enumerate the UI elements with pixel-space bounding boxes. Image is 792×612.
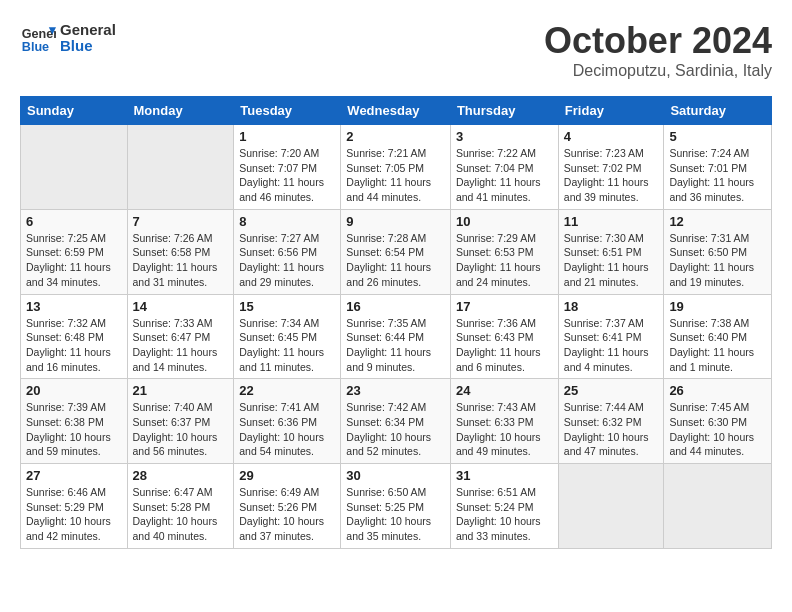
day-number: 28 [133,468,229,483]
day-number: 10 [456,214,553,229]
svg-text:Blue: Blue [22,40,49,54]
day-number: 21 [133,383,229,398]
day-info: Sunrise: 7:35 AMSunset: 6:44 PMDaylight:… [346,316,445,375]
day-number: 11 [564,214,659,229]
day-info: Sunrise: 6:50 AMSunset: 5:25 PMDaylight:… [346,485,445,544]
day-cell: 12Sunrise: 7:31 AMSunset: 6:50 PMDayligh… [664,209,772,294]
day-cell: 21Sunrise: 7:40 AMSunset: 6:37 PMDayligh… [127,379,234,464]
location-subtitle: Decimoputzu, Sardinia, Italy [544,62,772,80]
day-info: Sunrise: 7:31 AMSunset: 6:50 PMDaylight:… [669,231,766,290]
day-info: Sunrise: 7:38 AMSunset: 6:40 PMDaylight:… [669,316,766,375]
weekday-header-wednesday: Wednesday [341,97,451,125]
day-info: Sunrise: 7:21 AMSunset: 7:05 PMDaylight:… [346,146,445,205]
day-info: Sunrise: 7:20 AMSunset: 7:07 PMDaylight:… [239,146,335,205]
page-header: General Blue General Blue October 2024 D… [20,20,772,80]
day-info: Sunrise: 7:28 AMSunset: 6:54 PMDaylight:… [346,231,445,290]
day-cell [558,464,664,549]
day-cell: 29Sunrise: 6:49 AMSunset: 5:26 PMDayligh… [234,464,341,549]
day-info: Sunrise: 7:43 AMSunset: 6:33 PMDaylight:… [456,400,553,459]
day-info: Sunrise: 7:44 AMSunset: 6:32 PMDaylight:… [564,400,659,459]
weekday-header-row: SundayMondayTuesdayWednesdayThursdayFrid… [21,97,772,125]
day-info: Sunrise: 7:32 AMSunset: 6:48 PMDaylight:… [26,316,122,375]
day-cell: 14Sunrise: 7:33 AMSunset: 6:47 PMDayligh… [127,294,234,379]
day-cell: 22Sunrise: 7:41 AMSunset: 6:36 PMDayligh… [234,379,341,464]
day-number: 26 [669,383,766,398]
weekday-header-monday: Monday [127,97,234,125]
day-number: 5 [669,129,766,144]
day-cell: 5Sunrise: 7:24 AMSunset: 7:01 PMDaylight… [664,125,772,210]
day-cell: 11Sunrise: 7:30 AMSunset: 6:51 PMDayligh… [558,209,664,294]
day-info: Sunrise: 7:37 AMSunset: 6:41 PMDaylight:… [564,316,659,375]
day-number: 20 [26,383,122,398]
day-cell: 24Sunrise: 7:43 AMSunset: 6:33 PMDayligh… [450,379,558,464]
week-row-4: 20Sunrise: 7:39 AMSunset: 6:38 PMDayligh… [21,379,772,464]
weekday-header-thursday: Thursday [450,97,558,125]
day-info: Sunrise: 7:22 AMSunset: 7:04 PMDaylight:… [456,146,553,205]
day-cell: 20Sunrise: 7:39 AMSunset: 6:38 PMDayligh… [21,379,128,464]
day-number: 6 [26,214,122,229]
day-info: Sunrise: 7:34 AMSunset: 6:45 PMDaylight:… [239,316,335,375]
logo: General Blue General Blue [20,20,116,56]
day-number: 29 [239,468,335,483]
day-info: Sunrise: 7:23 AMSunset: 7:02 PMDaylight:… [564,146,659,205]
day-cell: 26Sunrise: 7:45 AMSunset: 6:30 PMDayligh… [664,379,772,464]
day-info: Sunrise: 7:45 AMSunset: 6:30 PMDaylight:… [669,400,766,459]
day-number: 25 [564,383,659,398]
day-cell: 13Sunrise: 7:32 AMSunset: 6:48 PMDayligh… [21,294,128,379]
day-info: Sunrise: 7:26 AMSunset: 6:58 PMDaylight:… [133,231,229,290]
day-number: 3 [456,129,553,144]
day-cell: 18Sunrise: 7:37 AMSunset: 6:41 PMDayligh… [558,294,664,379]
logo-icon: General Blue [20,20,56,56]
day-info: Sunrise: 7:33 AMSunset: 6:47 PMDaylight:… [133,316,229,375]
weekday-header-saturday: Saturday [664,97,772,125]
week-row-3: 13Sunrise: 7:32 AMSunset: 6:48 PMDayligh… [21,294,772,379]
day-cell: 17Sunrise: 7:36 AMSunset: 6:43 PMDayligh… [450,294,558,379]
day-info: Sunrise: 6:47 AMSunset: 5:28 PMDaylight:… [133,485,229,544]
week-row-5: 27Sunrise: 6:46 AMSunset: 5:29 PMDayligh… [21,464,772,549]
weekday-header-sunday: Sunday [21,97,128,125]
day-number: 2 [346,129,445,144]
day-info: Sunrise: 7:27 AMSunset: 6:56 PMDaylight:… [239,231,335,290]
day-info: Sunrise: 6:49 AMSunset: 5:26 PMDaylight:… [239,485,335,544]
day-cell: 28Sunrise: 6:47 AMSunset: 5:28 PMDayligh… [127,464,234,549]
day-cell: 23Sunrise: 7:42 AMSunset: 6:34 PMDayligh… [341,379,451,464]
day-cell: 30Sunrise: 6:50 AMSunset: 5:25 PMDayligh… [341,464,451,549]
day-info: Sunrise: 7:39 AMSunset: 6:38 PMDaylight:… [26,400,122,459]
weekday-header-friday: Friday [558,97,664,125]
weekday-header-tuesday: Tuesday [234,97,341,125]
week-row-2: 6Sunrise: 7:25 AMSunset: 6:59 PMDaylight… [21,209,772,294]
day-cell: 15Sunrise: 7:34 AMSunset: 6:45 PMDayligh… [234,294,341,379]
day-number: 19 [669,299,766,314]
day-number: 31 [456,468,553,483]
week-row-1: 1Sunrise: 7:20 AMSunset: 7:07 PMDaylight… [21,125,772,210]
day-number: 22 [239,383,335,398]
day-info: Sunrise: 7:40 AMSunset: 6:37 PMDaylight:… [133,400,229,459]
day-cell: 1Sunrise: 7:20 AMSunset: 7:07 PMDaylight… [234,125,341,210]
day-cell: 7Sunrise: 7:26 AMSunset: 6:58 PMDaylight… [127,209,234,294]
day-number: 27 [26,468,122,483]
day-cell [664,464,772,549]
day-cell: 8Sunrise: 7:27 AMSunset: 6:56 PMDaylight… [234,209,341,294]
day-cell: 9Sunrise: 7:28 AMSunset: 6:54 PMDaylight… [341,209,451,294]
day-number: 17 [456,299,553,314]
day-cell [127,125,234,210]
day-cell: 27Sunrise: 6:46 AMSunset: 5:29 PMDayligh… [21,464,128,549]
day-info: Sunrise: 7:24 AMSunset: 7:01 PMDaylight:… [669,146,766,205]
logo-text-blue: Blue [60,38,116,55]
day-cell: 19Sunrise: 7:38 AMSunset: 6:40 PMDayligh… [664,294,772,379]
day-info: Sunrise: 7:41 AMSunset: 6:36 PMDaylight:… [239,400,335,459]
month-title: October 2024 [544,20,772,62]
day-number: 15 [239,299,335,314]
logo-text-general: General [60,22,116,39]
day-number: 7 [133,214,229,229]
calendar-table: SundayMondayTuesdayWednesdayThursdayFrid… [20,96,772,549]
day-number: 24 [456,383,553,398]
day-info: Sunrise: 7:29 AMSunset: 6:53 PMDaylight:… [456,231,553,290]
day-info: Sunrise: 7:36 AMSunset: 6:43 PMDaylight:… [456,316,553,375]
day-number: 12 [669,214,766,229]
day-cell: 6Sunrise: 7:25 AMSunset: 6:59 PMDaylight… [21,209,128,294]
day-info: Sunrise: 7:25 AMSunset: 6:59 PMDaylight:… [26,231,122,290]
day-number: 16 [346,299,445,314]
day-number: 30 [346,468,445,483]
day-cell: 16Sunrise: 7:35 AMSunset: 6:44 PMDayligh… [341,294,451,379]
